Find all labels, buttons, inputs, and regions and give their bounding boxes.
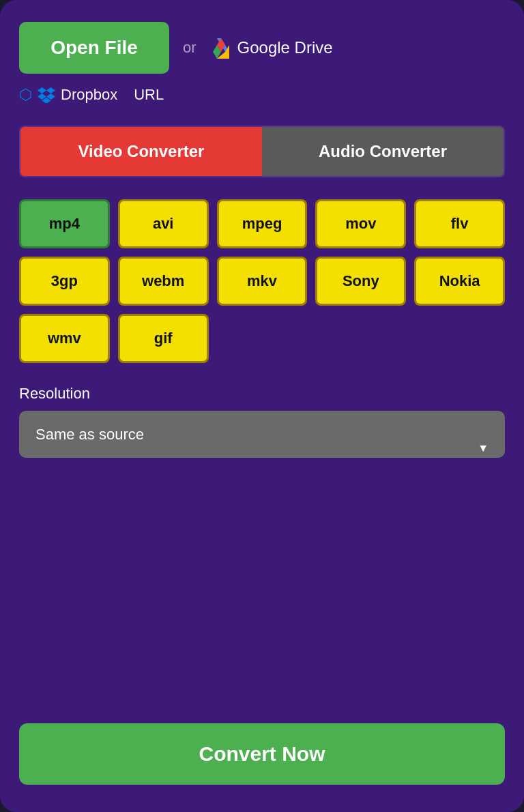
- convert-now-button[interactable]: Convert Now: [19, 723, 505, 785]
- resolution-wrapper: Same as source 1080p 720p 480p 360p 240p: [19, 411, 505, 485]
- tab-audio-converter[interactable]: Audio Converter: [262, 127, 504, 176]
- google-drive-icon: [210, 37, 232, 59]
- google-drive-button[interactable]: Google Drive: [210, 37, 333, 59]
- dropbox-icon: ⬡: [19, 86, 32, 104]
- svg-marker-4: [38, 87, 46, 93]
- or-separator: or: [183, 39, 196, 57]
- format-btn-mkv[interactable]: mkv: [217, 257, 308, 306]
- tab-video-converter[interactable]: Video Converter: [20, 127, 262, 176]
- second-row: ⬡ Dropbox URL: [19, 86, 505, 104]
- format-btn-sony[interactable]: Sony: [315, 257, 406, 306]
- format-btn-webm[interactable]: webm: [118, 257, 209, 306]
- converter-tabs: Video Converter Audio Converter: [19, 126, 505, 177]
- format-btn-mp4[interactable]: mp4: [19, 199, 110, 248]
- resolution-section: Resolution Same as source 1080p 720p 480…: [19, 385, 505, 512]
- format-btn-3gp[interactable]: 3gp: [19, 257, 110, 306]
- format-btn-nokia[interactable]: Nokia: [414, 257, 505, 306]
- format-btn-wmv[interactable]: wmv: [19, 314, 110, 363]
- format-grid: mp4 avi mpeg mov flv 3gp webm mkv Sony N…: [19, 199, 505, 363]
- svg-marker-5: [46, 87, 55, 93]
- url-button[interactable]: URL: [134, 86, 164, 104]
- format-btn-avi[interactable]: avi: [118, 199, 209, 248]
- format-btn-flv[interactable]: flv: [414, 199, 505, 248]
- top-row: Open File or Google Drive: [19, 22, 505, 74]
- dropbox-label: Dropbox: [61, 86, 117, 104]
- google-drive-label: Google Drive: [237, 38, 333, 57]
- resolution-label: Resolution: [19, 385, 505, 403]
- format-btn-mov[interactable]: mov: [315, 199, 406, 248]
- format-btn-mpeg[interactable]: mpeg: [217, 199, 308, 248]
- dropbox-button[interactable]: ⬡ Dropbox: [19, 86, 117, 104]
- app-container: Open File or Google Drive ⬡: [0, 0, 524, 812]
- resolution-select[interactable]: Same as source 1080p 720p 480p 360p 240p: [19, 411, 505, 458]
- open-file-button[interactable]: Open File: [19, 22, 169, 74]
- format-btn-gif[interactable]: gif: [118, 314, 209, 363]
- dropbox-logo-icon: [38, 87, 55, 103]
